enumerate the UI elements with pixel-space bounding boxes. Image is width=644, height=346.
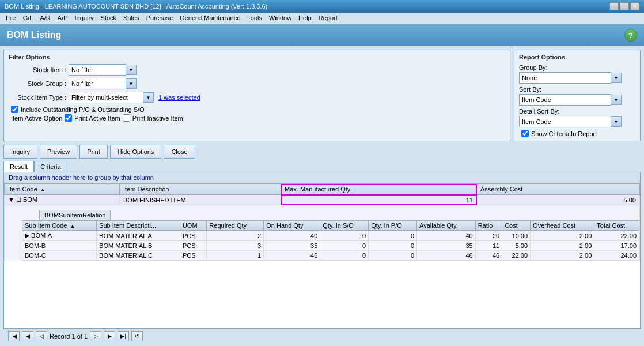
- sub-col-available-qty: Available Qty.: [417, 221, 476, 231]
- sub-col-on-hand-qty: On Hand Qty: [264, 221, 320, 231]
- group-by-dropdown-arrow[interactable]: ▼: [611, 73, 622, 83]
- menu-purchase[interactable]: Purchase: [143, 14, 176, 22]
- sub-cell-req-qty-2: 1: [207, 251, 264, 261]
- tabs-row: Result Criteria: [3, 161, 641, 172]
- print-button[interactable]: Print: [79, 145, 108, 159]
- menu-sales[interactable]: Sales: [120, 14, 143, 22]
- tab-result[interactable]: Result: [3, 161, 34, 172]
- show-criteria-checkbox[interactable]: [521, 130, 529, 137]
- hide-options-button[interactable]: Hide Options: [110, 145, 162, 159]
- sub-cell-cost-0: 10.00: [502, 231, 531, 241]
- tab-criteria[interactable]: Criteria: [34, 161, 67, 172]
- outstanding-checkbox[interactable]: [11, 106, 18, 113]
- detail-sort-by-row: Detail Sort By: Item Code ▼: [519, 108, 635, 127]
- sub-col-required-qty: Required Qty: [207, 221, 264, 231]
- menu-tools[interactable]: Tools: [244, 14, 266, 22]
- sort-by-dropdown-arrow[interactable]: ▼: [611, 95, 622, 105]
- maximize-button[interactable]: □: [620, 2, 629, 10]
- sub-cell-code-1: BOM-B: [22, 241, 97, 251]
- page-header: BOM Listing ?: [0, 24, 644, 46]
- sub-cell-code-0: ▶ BOM-A: [22, 231, 97, 241]
- sort-arrow-item-code: ▲: [40, 187, 46, 193]
- menu-gl[interactable]: G/L: [20, 14, 37, 22]
- panels-row: Filter Options Stock Item : No filter ▼ …: [3, 50, 641, 141]
- nav-first-button[interactable]: |◀: [8, 331, 20, 341]
- stock-item-combo[interactable]: No filter ▼: [69, 64, 137, 76]
- stock-item-type-label: Stock Item Type :: [9, 94, 66, 101]
- filter-panel: Filter Options Stock Item : No filter ▼ …: [3, 50, 510, 141]
- stock-group-dropdown-arrow[interactable]: ▼: [126, 78, 137, 89]
- sub-cell-overhead-2: 2.00: [531, 251, 594, 261]
- detail-sort-by-combo[interactable]: Item Code ▼: [519, 116, 635, 127]
- group-by-combo[interactable]: None ▼: [519, 72, 635, 84]
- was-selected-link[interactable]: 1 was selected: [158, 94, 200, 101]
- print-active-checkbox[interactable]: [65, 114, 72, 122]
- help-button[interactable]: ?: [624, 29, 637, 42]
- nav-last-button[interactable]: ▶|: [118, 331, 129, 341]
- outstanding-row: Include Outstanding P/O & Outstanding S/…: [11, 106, 505, 113]
- outstanding-label: Include Outstanding P/O & Outstanding S/…: [21, 106, 145, 113]
- sub-cell-req-qty-0: 2: [207, 231, 264, 241]
- sort-by-combo[interactable]: Item Code ▼: [519, 94, 635, 106]
- sub-cell-code-2: BOM-C: [22, 251, 97, 261]
- record-bar: |◀ ◀ ◁ Record 1 of 1 ▷ ▶ ▶| ↺: [3, 329, 641, 343]
- menu-report[interactable]: Report: [315, 14, 341, 22]
- sub-cell-po-1: 0: [369, 241, 417, 251]
- menu-file[interactable]: File: [2, 14, 20, 22]
- detail-sort-by-dropdown-arrow[interactable]: ▼: [611, 116, 622, 127]
- nav-refresh-button[interactable]: ↺: [131, 331, 143, 341]
- menu-help[interactable]: Help: [295, 14, 315, 22]
- preview-button[interactable]: Preview: [40, 145, 77, 159]
- active-option-row: Item Active Option Print Active Item Pri…: [11, 114, 505, 122]
- stock-item-type-combo[interactable]: Filter by multi-select ▼: [69, 92, 154, 103]
- nav-prev2-button[interactable]: ◁: [36, 331, 47, 341]
- cell-max-manufactured-qty: 11: [281, 195, 477, 205]
- stock-group-label: Stock Group :: [9, 80, 66, 87]
- print-inactive-checkbox[interactable]: [123, 114, 130, 122]
- close-window-button[interactable]: ✕: [630, 2, 639, 10]
- page-title: BOM Listing: [7, 30, 61, 40]
- menu-ap[interactable]: A/P: [54, 14, 71, 22]
- sub-col-qty-in-so: Qty. In S/O: [320, 221, 369, 231]
- menu-stock[interactable]: Stock: [97, 14, 120, 22]
- sub-table: Sub Item Code ▲ Sub Item Descripti... UO…: [22, 220, 639, 261]
- nav-prev-button[interactable]: ◀: [22, 331, 33, 341]
- col-item-code: Item Code ▲: [5, 184, 120, 195]
- expand-icon[interactable]: ▼ ⊟: [8, 196, 21, 203]
- stock-item-dropdown-arrow[interactable]: ▼: [126, 65, 137, 75]
- sub-cell-req-qty-1: 3: [207, 241, 264, 251]
- title-bar-buttons: _ □ ✕: [609, 2, 639, 10]
- stock-group-value: No filter: [69, 78, 126, 89]
- menu-bar: File G/L A/R A/P Inquiry Stock Sales Pur…: [0, 13, 644, 24]
- detail-sort-by-value: Item Code: [519, 116, 611, 127]
- stock-item-label: Stock Item :: [9, 66, 66, 73]
- nav-next-button[interactable]: ▶: [104, 331, 115, 341]
- minimize-button[interactable]: _: [609, 2, 619, 10]
- stock-item-type-dropdown-arrow[interactable]: ▼: [143, 92, 154, 103]
- sub-cell-avail-0: 40: [417, 231, 476, 241]
- menu-ar[interactable]: A/R: [36, 14, 54, 22]
- nav-next2-button[interactable]: ▷: [90, 331, 101, 341]
- menu-general-maintenance[interactable]: General Maintenance: [176, 14, 244, 22]
- sub-cell-desc-2: BOM MATERIAL C: [97, 251, 180, 261]
- sub-cell-overhead-0: 2.00: [531, 231, 594, 241]
- report-panel-title: Report Options: [519, 54, 635, 61]
- print-inactive-label: Print Inactive Item: [132, 115, 183, 122]
- menu-inquiry[interactable]: Inquiry: [71, 14, 97, 22]
- sub-col-overhead-cost: Overhead Cost: [531, 221, 594, 231]
- sub-cell-ratio-2: 46: [475, 251, 502, 261]
- title-bar: BOM Listing - LEARNING AUTOCOUNT SDN BHD…: [0, 0, 644, 13]
- sub-table-row: BOM-B BOM MATERIAL B PCS 3 35 0 0 35 11: [22, 241, 639, 251]
- menu-window[interactable]: Window: [266, 14, 295, 22]
- sub-cell-uom-0: PCS: [180, 231, 206, 241]
- stock-group-combo[interactable]: No filter ▼: [69, 78, 137, 89]
- inquiry-button[interactable]: Inquiry: [3, 145, 37, 159]
- close-button[interactable]: Close: [164, 145, 195, 159]
- col-max-manufactured-qty: Max. Manufactured Qty.: [281, 184, 477, 195]
- drag-header: Drag a column header here to group by th…: [4, 172, 640, 183]
- sub-cell-ratio-1: 11: [475, 241, 502, 251]
- group-by-value: None: [519, 72, 611, 84]
- sub-expand-0[interactable]: ▶: [25, 232, 29, 239]
- stock-item-value: No filter: [69, 64, 126, 76]
- sub-item-tab-label[interactable]: BOMSubItemRelation: [39, 210, 111, 220]
